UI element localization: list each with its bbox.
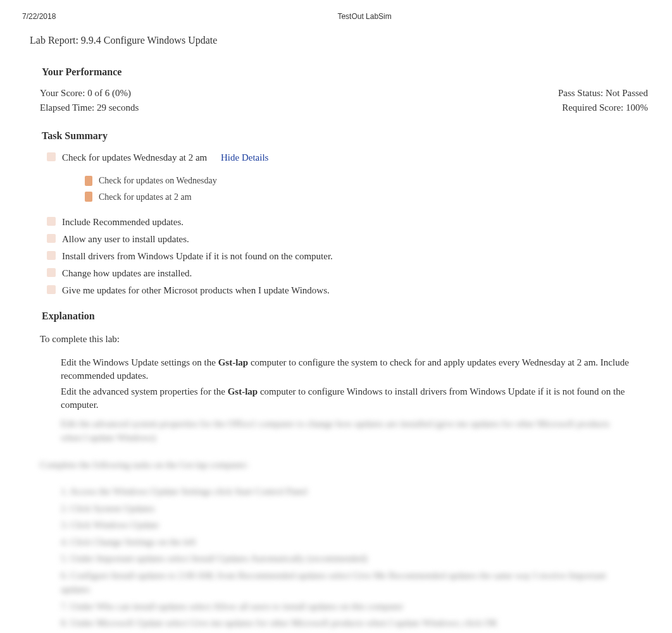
task-text: Allow any user to install updates.: [62, 233, 648, 246]
header-product: TestOut LabSim: [337, 11, 391, 22]
hide-details-link[interactable]: Hide Details: [221, 152, 268, 163]
fail-marker-icon: [47, 152, 56, 161]
blurred-bullet: Edit the advanced system properties for …: [61, 415, 632, 446]
blurred-step: 4. Click Change Settings on the left: [61, 534, 632, 551]
blurred-step: 3. Click Windows Update: [61, 517, 632, 534]
task-summary-heading: Task Summary: [24, 125, 648, 149]
required-score: Required Score: 100%: [562, 101, 648, 114]
task-text: Install drivers from Windows Update if i…: [62, 250, 648, 263]
detail-item: Check for updates at 2 am: [81, 189, 648, 206]
elapsed-time: Elapsed Time: 29 seconds: [40, 101, 139, 114]
fail-marker-icon: [47, 251, 56, 260]
task-text: Include Recommended updates.: [62, 216, 648, 229]
blurred-step: 5. Under Important updates select Instal…: [61, 550, 632, 567]
task-item-2: Include Recommended updates.: [24, 214, 648, 231]
fail-marker-icon: [85, 176, 92, 186]
blurred-step: 6. Configure Install updates to 2:00 AM;…: [61, 567, 632, 598]
bullet-prefix: Edit the Windows Update settings on the: [61, 357, 218, 367]
header-date: 7/22/2018: [22, 11, 56, 22]
task-item-4: Install drivers from Windows Update if i…: [24, 248, 648, 265]
task-item-5: Change how updates are installed.: [24, 265, 648, 282]
bullet-item: Edit the advanced system properties for …: [61, 384, 648, 413]
task-item-1: Check for updates Wednesday at 2 am Hide…: [24, 149, 648, 166]
performance-section: Your Performance Your Score: 0 of 6 (0%)…: [24, 61, 648, 125]
pass-status: Pass Status: Not Passed: [558, 87, 648, 100]
blurred-step: 1. Access the Windows Update Settings cl…: [61, 483, 632, 500]
detail-text: Check for updates at 2 am: [99, 191, 192, 204]
blurred-step: 8. Under Microsoft Update select Give me…: [61, 615, 632, 632]
explanation-bullets: Edit the Windows Update settings on the …: [24, 355, 648, 413]
bullet-item: Edit the Windows Update settings on the …: [61, 355, 648, 384]
blurred-step: 2. Click System Updates: [61, 500, 632, 517]
performance-score-row: Your Score: 0 of 6 (0%) Pass Status: Not…: [24, 86, 648, 101]
blurred-step: 7. Under Who can install updates select …: [61, 598, 632, 615]
fail-marker-icon: [47, 285, 56, 294]
computer-name: Gst-lap: [218, 357, 249, 367]
task-details-box: Check for updates on Wednesday Check for…: [81, 169, 648, 209]
task-text: Check for updates Wednesday at 2 am Hide…: [62, 151, 648, 164]
detail-text: Check for updates on Wednesday: [99, 175, 217, 187]
task-summary-section: Task Summary Check for updates Wednesday…: [24, 125, 648, 300]
task-1-label: Check for updates Wednesday at 2 am: [62, 152, 207, 163]
computer-name: Gst-lap: [228, 386, 258, 396]
explanation-heading: Explanation: [24, 305, 648, 329]
fail-marker-icon: [85, 192, 92, 202]
bullet-prefix: Edit the advanced system properties for …: [61, 386, 228, 396]
performance-time-row: Elapsed Time: 29 seconds Required Score:…: [24, 101, 648, 115]
task-item-6: Give me updates for other Microsot produ…: [24, 282, 648, 299]
blurred-content: Edit the advanced system properties for …: [24, 415, 648, 632]
explanation-section: Explanation To complete this lab: Edit t…: [24, 299, 648, 631]
score-label: Your Score: 0 of 6 (0%): [40, 87, 131, 100]
explanation-intro: To complete this lab:: [24, 330, 648, 355]
detail-item: Check for updates on Wednesday: [81, 173, 648, 189]
task-item-3: Allow any user to install updates.: [24, 231, 648, 248]
fail-marker-icon: [47, 268, 56, 277]
fail-marker-icon: [47, 217, 56, 226]
main-panel: Your Performance Your Score: 0 of 6 (0%)…: [24, 54, 648, 631]
fail-marker-icon: [47, 234, 56, 243]
task-text: Change how updates are installed.: [62, 267, 648, 280]
blurred-intro: Complete the following tasks on the Gst-…: [40, 446, 632, 484]
task-text: Give me updates for other Microsot produ…: [62, 284, 648, 297]
lab-title: Lab Report: 9.9.4 Configure Windows Upda…: [0, 27, 672, 54]
page-header: 7/22/2018 TestOut LabSim: [0, 0, 672, 27]
performance-heading: Your Performance: [24, 61, 648, 85]
